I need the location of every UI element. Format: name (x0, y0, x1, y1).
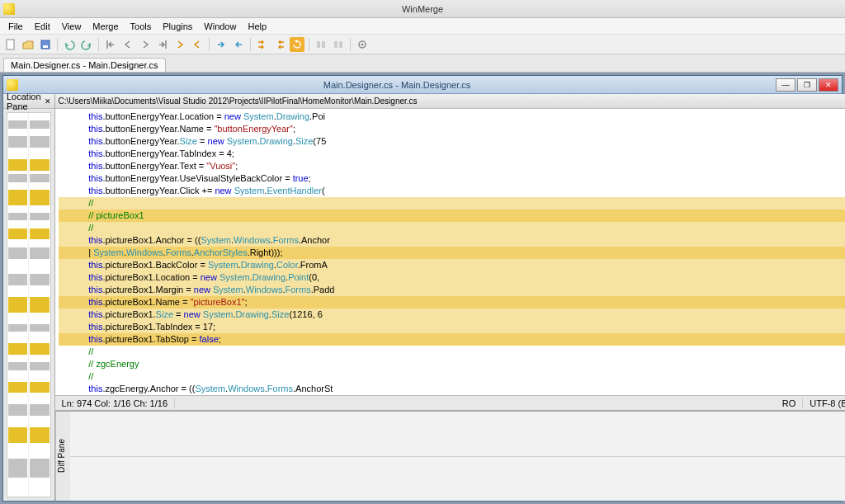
left-code-editor[interactable]: this.buttonEnergyYear.Location = new Sys… (55, 109, 845, 395)
diff-next-conflict-icon[interactable] (172, 37, 187, 52)
document-titlebar[interactable]: Main.Designer.cs - Main.Designer.cs — ❐ … (3, 76, 842, 94)
copy-right-icon[interactable] (214, 37, 229, 52)
svg-rect-6 (339, 41, 342, 48)
menubar: File Edit View Merge Tools Plugins Windo… (0, 18, 845, 35)
menu-view[interactable]: View (57, 20, 87, 33)
undo-icon[interactable] (62, 37, 77, 52)
document-title: Main.Designer.cs - Main.Designer.cs (18, 80, 776, 90)
options-icon[interactable] (355, 37, 370, 52)
panes-container: C:\Users\Miika\Documents\Visual Studio 2… (55, 94, 845, 501)
menu-merge[interactable]: Merge (87, 20, 123, 33)
window-controls: — ❐ ✕ (776, 78, 838, 92)
left-status-bar: Ln: 974 Col: 1/16 Ch: 1/16 RO UTF-8 (B) … (55, 395, 845, 410)
location-map[interactable] (7, 112, 51, 497)
svg-rect-5 (334, 41, 338, 48)
toolbar-separator (57, 38, 58, 51)
location-pane: Location Pane ✕ (3, 94, 55, 501)
diff-pane-top[interactable] (70, 412, 845, 457)
diff-pane-row: Diff Pane (55, 410, 845, 501)
menu-tools[interactable]: Tools (125, 20, 157, 33)
toolbar-separator (98, 38, 99, 51)
tab-strip: Main.Designer.cs - Main.Designer.cs (0, 54, 845, 73)
copy-left-icon[interactable] (231, 37, 246, 52)
save-icon[interactable] (38, 37, 53, 52)
menu-file[interactable]: File (3, 20, 28, 33)
diff-panes (70, 412, 845, 501)
open-icon[interactable] (21, 37, 35, 52)
diff-prev-conflict-icon[interactable] (190, 37, 205, 52)
left-code-pane: C:\Users\Miika\Documents\Visual Studio 2… (55, 94, 845, 410)
toolbar-separator (250, 38, 251, 51)
minimize-button[interactable]: — (776, 78, 795, 92)
workspace: Main.Designer.cs - Main.Designer.cs — ❐ … (0, 73, 845, 504)
new-icon[interactable] (3, 37, 18, 52)
copy-all-left-icon[interactable] (272, 37, 287, 52)
menu-plugins[interactable]: Plugins (158, 20, 197, 33)
toolbar-separator (209, 38, 210, 51)
document-window: Main.Designer.cs - Main.Designer.cs — ❐ … (2, 75, 843, 502)
all-left-icon[interactable] (331, 37, 346, 52)
diff-last-icon[interactable] (155, 37, 170, 52)
document-body: Location Pane ✕ C:\Users\Miika\Documents… (3, 94, 842, 501)
svg-point-8 (361, 43, 364, 45)
left-status-readonly: RO (776, 398, 804, 408)
document-tab[interactable]: Main.Designer.cs - Main.Designer.cs (3, 58, 166, 72)
toolbar-separator (350, 38, 351, 51)
code-panes-row: C:\Users\Miika\Documents\Visual Studio 2… (55, 94, 845, 410)
svg-rect-0 (7, 40, 14, 49)
refresh-icon[interactable] (290, 37, 304, 52)
copy-all-right-icon[interactable] (255, 37, 270, 52)
maximize-button[interactable]: ❐ (797, 78, 817, 92)
location-map-right[interactable] (29, 113, 50, 497)
diff-first-icon[interactable] (103, 37, 118, 52)
location-map-left[interactable] (7, 113, 29, 497)
location-pane-header: Location Pane ✕ (3, 94, 54, 109)
location-pane-label: Location Pane (7, 92, 45, 111)
left-file-path[interactable]: C:\Users\Miika\Documents\Visual Studio 2… (55, 94, 845, 109)
menu-edit[interactable]: Edit (30, 20, 55, 33)
diff-pane-bottom[interactable] (70, 457, 845, 502)
menu-help[interactable]: Help (243, 20, 271, 33)
diff-next-icon[interactable] (138, 37, 153, 52)
diff-prev-icon[interactable] (120, 37, 135, 52)
diff-pane-label: Diff Pane (55, 412, 70, 501)
app-icon (3, 3, 15, 15)
app-titlebar: WinMerge (0, 0, 845, 18)
close-button[interactable]: ✕ (819, 78, 838, 92)
menu-window[interactable]: Window (199, 20, 241, 33)
all-right-icon[interactable] (314, 37, 328, 52)
location-pane-close-icon[interactable]: ✕ (45, 97, 51, 106)
svg-rect-2 (43, 45, 48, 48)
left-status-position: Ln: 974 Col: 1/16 Ch: 1/16 (55, 398, 175, 408)
tab-label: Main.Designer.cs - Main.Designer.cs (11, 60, 158, 70)
left-status-encoding: UTF-8 (B) (803, 398, 845, 408)
toolbar (0, 35, 845, 54)
redo-icon[interactable] (79, 37, 94, 52)
app-title: WinMerge (402, 4, 443, 14)
svg-rect-4 (322, 41, 325, 48)
toolbar-separator (309, 38, 309, 51)
svg-rect-3 (317, 41, 320, 48)
document-icon (7, 79, 18, 91)
